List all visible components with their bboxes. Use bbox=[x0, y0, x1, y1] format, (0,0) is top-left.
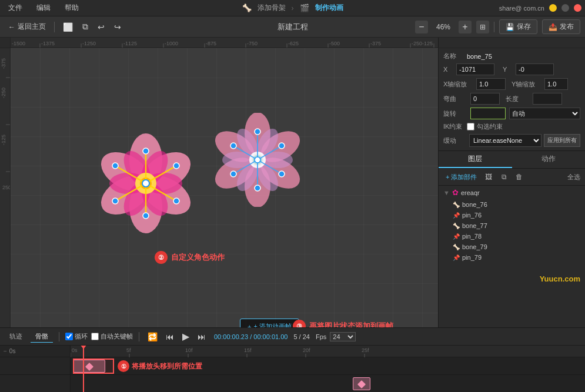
track-1[interactable]: ① 将播放头移到所需位置 bbox=[71, 357, 585, 375]
svg-point-53 bbox=[173, 198, 179, 204]
tab-track[interactable]: 轨迹 bbox=[5, 331, 27, 342]
annotation-2-text: 自定义角色动作 bbox=[171, 252, 225, 263]
play-btn[interactable]: ▶ bbox=[180, 330, 192, 343]
annotation-1-text: 将播放头移到所需位置 bbox=[132, 361, 202, 371]
prop-x-input[interactable] bbox=[456, 63, 494, 75]
prop-bend-input[interactable] bbox=[470, 93, 500, 105]
layer-photo-btn[interactable]: 🖼 bbox=[483, 171, 494, 183]
new-project-btn[interactable]: ⬜ bbox=[59, 21, 76, 33]
divider1 bbox=[54, 22, 55, 32]
time-display: 00:00:00.23 / 00:00:01.00 bbox=[214, 333, 288, 340]
loop-checkbox-label[interactable]: 循环 bbox=[65, 332, 88, 341]
prop-bend-label: 弯曲 bbox=[443, 95, 467, 103]
vertical-ruler: -375 -250 -125 250 bbox=[0, 48, 11, 327]
loop-btn[interactable]: 🔁 bbox=[145, 331, 160, 343]
svg-text:-375: -375 bbox=[1, 58, 6, 69]
prev-frame-btn[interactable]: ⏮ bbox=[163, 331, 176, 343]
publish-icon: 📤 bbox=[549, 23, 557, 31]
frame-display: 5 / 24 bbox=[293, 333, 310, 340]
add-part-button[interactable]: + 添加部件 bbox=[443, 172, 479, 183]
playhead[interactable] bbox=[83, 346, 84, 392]
minimize-button[interactable] bbox=[549, 4, 557, 12]
svg-point-79 bbox=[279, 143, 285, 149]
prop-rotate-input[interactable] bbox=[470, 108, 506, 119]
svg-point-84 bbox=[255, 157, 260, 163]
copy-btn[interactable]: ⧉ bbox=[79, 21, 92, 33]
loop-label: 循环 bbox=[75, 332, 88, 341]
annotation-1: ① 将播放头移到所需位置 bbox=[118, 360, 202, 372]
track-label-2 bbox=[0, 375, 70, 392]
list-item[interactable]: 🦴 bone_79 bbox=[439, 242, 585, 252]
fps-select[interactable]: 24 bbox=[330, 332, 356, 341]
list-item[interactable]: 📌 pin_76 bbox=[439, 210, 585, 220]
redo-btn[interactable]: ↪ bbox=[111, 21, 125, 33]
svg-text:20f: 20f bbox=[303, 347, 310, 353]
svg-text:15f: 15f bbox=[244, 347, 252, 353]
zoom-in-btn[interactable]: + bbox=[459, 21, 472, 33]
autokey-checkbox[interactable] bbox=[91, 333, 99, 340]
prop-apply-button[interactable]: 应用到所有 bbox=[544, 134, 580, 147]
list-item[interactable]: 🦴 bone_77 bbox=[439, 220, 585, 231]
prop-sx-input[interactable] bbox=[476, 78, 506, 90]
svg-point-78 bbox=[255, 129, 260, 135]
pin-icon-2: 📌 bbox=[453, 254, 460, 261]
layer-name-bone77: bone_77 bbox=[462, 222, 580, 229]
svg-text:-750: -750 bbox=[247, 41, 258, 46]
autokey-checkbox-label[interactable]: 自动关键帧 bbox=[91, 332, 133, 341]
annotation-3: ③ 再将图片状态添加到画帧 bbox=[293, 319, 393, 327]
list-item[interactable]: ▼ ✿ ereaqr bbox=[439, 186, 585, 199]
svg-text:-625: -625 bbox=[288, 41, 299, 46]
loop-checkbox[interactable] bbox=[65, 333, 73, 340]
undo-btn[interactable]: ↩ bbox=[94, 21, 108, 33]
prop-length-input[interactable] bbox=[533, 93, 562, 105]
close-button[interactable] bbox=[574, 4, 581, 12]
zoom-value: 46% bbox=[433, 23, 454, 31]
track-2[interactable] bbox=[71, 375, 585, 392]
step2-label: 制作动画 bbox=[315, 3, 343, 13]
flower-1[interactable] bbox=[87, 125, 205, 242]
layer-name-bone79: bone_79 bbox=[462, 243, 580, 250]
annotation-2: ② 自定义角色动作 bbox=[155, 251, 225, 264]
menu-help[interactable]: 帮助 bbox=[62, 2, 81, 14]
svg-point-82 bbox=[230, 171, 236, 177]
svg-text:0s: 0s bbox=[72, 347, 78, 353]
prop-y-input[interactable] bbox=[516, 63, 554, 75]
prop-rotate-select[interactable]: 自动 bbox=[509, 108, 580, 119]
next-frame-btn[interactable]: ⏭ bbox=[195, 331, 208, 343]
save-button[interactable]: 💾 保存 bbox=[499, 19, 537, 34]
flower-2[interactable] bbox=[210, 113, 305, 207]
zoom-out-btn[interactable]: − bbox=[415, 21, 428, 33]
svg-text:25f: 25f bbox=[362, 347, 369, 353]
list-item[interactable]: 📌 pin_78 bbox=[439, 231, 585, 242]
publish-label: 发布 bbox=[560, 22, 574, 32]
tab-layer[interactable]: 图层 bbox=[439, 151, 512, 168]
prop-ik-checkbox[interactable] bbox=[467, 123, 474, 130]
tab-bone[interactable]: 骨骼 bbox=[31, 331, 53, 343]
tab-action[interactable]: 动作 bbox=[512, 151, 586, 168]
add-frame-label: + 添加动画帧 bbox=[253, 322, 291, 327]
list-item[interactable]: 📌 pin_79 bbox=[439, 252, 585, 263]
add-frame-button[interactable]: + + 添加动画帧 bbox=[240, 319, 299, 327]
svg-text:-375: -375 bbox=[370, 41, 381, 46]
bone-icon-1: 🦴 bbox=[453, 223, 460, 229]
layer-name-pin78: pin_78 bbox=[462, 233, 580, 240]
svg-text:-1500: -1500 bbox=[12, 41, 25, 46]
layer-delete-btn[interactable]: 🗑 bbox=[513, 171, 525, 183]
canvas-area[interactable]: ② 自定义角色动作 + + 添加动画帧 ③ 再将图片状态添加到画帧 bbox=[11, 48, 438, 327]
layer-copy-btn[interactable]: ⧉ bbox=[498, 171, 510, 183]
right-panel: 名称 bone_75 X Y X轴缩放 Y轴缩放 弯曲 长度 bbox=[438, 48, 585, 327]
maximize-button[interactable] bbox=[561, 4, 569, 12]
back-home-button[interactable]: ← 返回主页 bbox=[5, 21, 49, 33]
svg-point-81 bbox=[255, 185, 260, 191]
back-icon: ← bbox=[8, 23, 15, 31]
prop-sy-input[interactable] bbox=[544, 78, 568, 90]
publish-button[interactable]: 📤 发布 bbox=[542, 19, 580, 34]
menu-edit[interactable]: 编辑 bbox=[34, 2, 53, 14]
timeline-tracks[interactable]: 0s 5f 10f 15f 20f 25f bbox=[71, 346, 585, 392]
step1-icon: 🦴 bbox=[242, 4, 252, 12]
fit-btn[interactable]: ⊞ bbox=[476, 21, 489, 33]
list-item[interactable]: 🦴 bone_76 bbox=[439, 199, 585, 210]
select-all-btn[interactable]: 全选 bbox=[567, 173, 580, 182]
prop-ease-select[interactable]: Linear.easeNone bbox=[469, 134, 541, 147]
menu-file[interactable]: 文件 bbox=[6, 2, 25, 14]
